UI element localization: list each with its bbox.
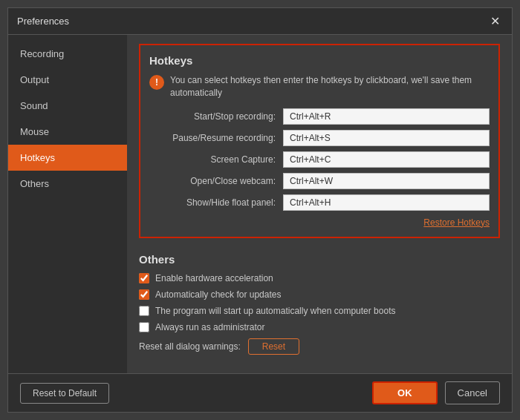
hotkey-input-webcam[interactable] [283, 173, 490, 189]
hotkey-label-start-stop: Start/Stop recording: [149, 111, 283, 122]
others-section: Others Enable hardware acceleration Auto… [139, 250, 500, 358]
hotkey-row-float-panel: Show/Hide float panel: [149, 194, 490, 211]
checkbox-admin[interactable] [139, 322, 149, 332]
sidebar-item-others[interactable]: Others [8, 171, 127, 197]
sidebar-item-sound[interactable]: Sound [8, 93, 127, 119]
ok-button[interactable]: OK [372, 381, 438, 404]
hotkey-row-start-stop: Start/Stop recording: [149, 108, 490, 125]
checkbox-hw-accel[interactable] [139, 273, 149, 283]
checkbox-label-admin: Always run as administrator [155, 322, 264, 332]
restore-hotkeys-link[interactable]: Restore Hotkeys [423, 217, 490, 228]
sidebar-item-hotkeys[interactable]: Hotkeys [8, 145, 127, 171]
hotkey-input-start-stop[interactable] [283, 108, 490, 125]
bottom-right-buttons: OK Cancel [372, 381, 500, 404]
info-text: You can select hotkeys then enter the ho… [170, 74, 490, 99]
title-bar: Preferences ✕ [8, 8, 512, 35]
reset-dialog-label: Reset all dialog warnings: [139, 341, 241, 352]
reset-default-button[interactable]: Reset to Default [20, 383, 109, 404]
checkbox-label-auto-check: Automatically check for updates [155, 289, 281, 300]
content-area: Recording Output Sound Mouse Hotkeys Oth… [8, 35, 512, 373]
reset-dialog-row: Reset all dialog warnings: Reset [139, 338, 500, 355]
sidebar-item-mouse[interactable]: Mouse [8, 119, 127, 145]
hotkey-label-screen-capture: Screen Capture: [149, 154, 283, 165]
hotkey-input-pause-resume[interactable] [283, 130, 490, 146]
cancel-button[interactable]: Cancel [445, 381, 500, 404]
restore-link-container: Restore Hotkeys [149, 217, 490, 228]
hotkey-row-pause-resume: Pause/Resume recording: [149, 130, 490, 146]
checkbox-auto-start[interactable] [139, 306, 149, 316]
hotkeys-title: Hotkeys [149, 54, 490, 67]
hotkey-row-screen-capture: Screen Capture: [149, 151, 490, 168]
preferences-dialog: Preferences ✕ Recording Output Sound Mou… [7, 7, 513, 413]
hotkey-label-pause-resume: Pause/Resume recording: [149, 133, 283, 143]
checkbox-row-hw-accel: Enable hardware acceleration [139, 273, 500, 283]
hotkey-row-webcam: Open/Close webcam: [149, 173, 490, 189]
sidebar: Recording Output Sound Mouse Hotkeys Oth… [8, 35, 127, 373]
hotkeys-section: Hotkeys ! You can select hotkeys then en… [139, 44, 500, 238]
info-box: ! You can select hotkeys then enter the … [149, 74, 490, 99]
hotkey-input-float-panel[interactable] [283, 194, 490, 211]
sidebar-item-output[interactable]: Output [8, 67, 127, 93]
checkbox-label-auto-start: The program will start up automatically … [155, 306, 395, 316]
hotkey-input-screen-capture[interactable] [283, 151, 490, 168]
checkbox-row-auto-start: The program will start up automatically … [139, 306, 500, 316]
checkbox-label-hw-accel: Enable hardware acceleration [155, 273, 273, 283]
checkbox-auto-check[interactable] [139, 289, 149, 300]
bottom-bar: Reset to Default OK Cancel [8, 373, 512, 412]
info-icon: ! [149, 75, 164, 90]
checkbox-row-auto-check: Automatically check for updates [139, 289, 500, 300]
checkbox-row-admin: Always run as administrator [139, 322, 500, 332]
close-button[interactable]: ✕ [487, 14, 503, 28]
dialog-title: Preferences [17, 16, 69, 27]
main-panel: Hotkeys ! You can select hotkeys then en… [127, 35, 512, 373]
sidebar-item-recording[interactable]: Recording [8, 41, 127, 67]
reset-dialog-button[interactable]: Reset [248, 338, 299, 355]
hotkey-label-float-panel: Show/Hide float panel: [149, 197, 283, 208]
hotkey-label-webcam: Open/Close webcam: [149, 176, 283, 186]
others-title: Others [139, 253, 500, 266]
